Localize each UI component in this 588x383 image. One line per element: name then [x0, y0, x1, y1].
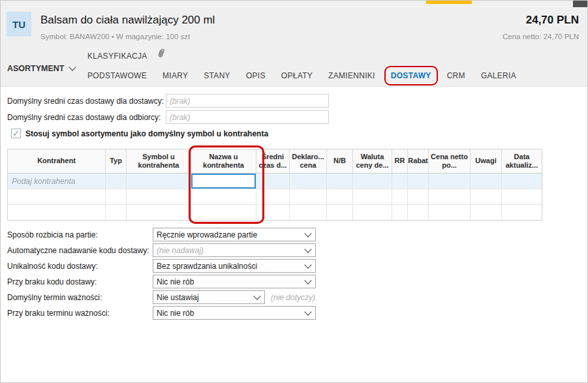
table-cell[interactable]	[502, 205, 542, 220]
chevron-down-icon	[304, 245, 311, 253]
table-cell[interactable]	[106, 174, 127, 189]
tab-miary[interactable]: MIARY	[162, 70, 188, 82]
missing-code-label: Przy braku kodu dostawy:	[7, 277, 153, 286]
chevron-down-icon	[304, 261, 311, 268]
table-cell[interactable]	[392, 205, 408, 220]
form-row: Przy braku terminu ważności: Nic nie rób	[7, 306, 316, 320]
column-header-sredni-czas[interactable]: Średni czas d...	[256, 149, 290, 173]
tab-stany[interactable]: STANY	[204, 70, 230, 82]
column-header-rabat[interactable]: Rabat	[408, 149, 429, 173]
table-cell[interactable]	[191, 189, 256, 204]
tab-oplaty[interactable]: OPŁATY	[281, 70, 313, 82]
product-badge: TU	[7, 12, 31, 37]
tab-zamienniki[interactable]: ZAMIENNIKI	[328, 70, 375, 82]
select-default-expiry[interactable]: Nie ustawiaj	[153, 290, 265, 304]
table-header-row: Kontrahent Typ Symbol u kontrahenta Nazw…	[8, 149, 542, 174]
missing-expiry-label: Przy braku terminu ważności:	[7, 309, 153, 318]
new-contractor-placeholder: Podaj kontrahenta	[8, 177, 75, 186]
form-row: Domyślny termin ważności: Nie ustawiaj (…	[7, 290, 316, 304]
auto-code-label: Automatyczne nadawanie kodu dostawy:	[7, 246, 153, 255]
column-header-rr[interactable]: RR	[392, 149, 408, 173]
column-header-nazwa[interactable]: Nazwa u kontrahenta	[191, 149, 256, 173]
table-row	[8, 189, 542, 205]
selected-cell[interactable]	[191, 174, 256, 189]
table-cell[interactable]	[502, 174, 542, 189]
table-cell[interactable]	[471, 189, 502, 204]
select-auto-code[interactable]: (nie nadawaj)	[153, 243, 316, 257]
code-uniqueness-label: Unikalność kodu dostawy:	[7, 262, 153, 271]
table-cell[interactable]	[327, 189, 353, 204]
form-row: Przy braku kodu dostawy: Nic nie rób	[7, 275, 316, 288]
table-cell[interactable]	[256, 174, 290, 189]
tab-galeria[interactable]: GALERIA	[481, 70, 516, 82]
column-header-waluta[interactable]: Waluta ceny de...	[353, 149, 392, 173]
select-batch-split-value: Ręcznie wprowadzane partie	[157, 230, 257, 239]
table-cell[interactable]	[127, 174, 191, 189]
table-cell[interactable]	[429, 205, 471, 220]
table-cell[interactable]	[256, 189, 290, 204]
asortyment-menu-button[interactable]: ASORTYMENT	[7, 64, 75, 73]
table-cell[interactable]	[290, 189, 327, 204]
column-header-kontrahent[interactable]: Kontrahent	[8, 149, 106, 173]
table-cell[interactable]	[8, 205, 106, 220]
table-cell[interactable]	[429, 189, 471, 204]
app-window: TU Balsam do ciała nawilżający 200 ml Sy…	[0, 0, 588, 383]
column-header-deklarowana-cena[interactable]: Deklaro... cena	[290, 149, 327, 173]
table-cell[interactable]	[408, 189, 429, 204]
table-cell[interactable]	[327, 205, 353, 220]
select-default-expiry-value: Nie ustawiaj	[157, 293, 199, 302]
table-cell[interactable]	[471, 174, 502, 189]
table-cell[interactable]	[429, 174, 471, 189]
column-header-cena-netto[interactable]: Cena netto po...	[429, 149, 471, 173]
use-symbol-checkbox-label: Stosuj symbol asortymentu jako domyślny …	[25, 129, 268, 138]
table-cell[interactable]	[471, 205, 502, 220]
tab-crm[interactable]: CRM	[447, 70, 465, 82]
table-cell[interactable]	[408, 174, 429, 189]
tab-podstawowe[interactable]: PODSTAWOWE	[87, 70, 147, 82]
table-row-new: Podaj kontrahenta	[8, 174, 542, 189]
table-row	[8, 205, 542, 220]
table-cell[interactable]	[408, 205, 429, 220]
select-missing-expiry-value: Nic nie rób	[157, 309, 194, 318]
table-cell[interactable]	[353, 174, 392, 189]
avg-delivery-recipient-input[interactable]	[166, 110, 329, 124]
select-code-uniqueness[interactable]: Bez sprawdzania unikalności	[153, 259, 316, 273]
table-cell[interactable]	[502, 189, 542, 204]
chevron-down-icon	[304, 277, 311, 284]
use-symbol-checkbox[interactable]: ✓	[11, 129, 21, 138]
column-header-uwagi[interactable]: Uwagi	[471, 149, 502, 173]
select-batch-split[interactable]: Ręcznie wprowadzane partie	[153, 228, 316, 241]
table-cell[interactable]	[127, 205, 191, 220]
table-cell[interactable]	[8, 189, 106, 204]
table-cell[interactable]	[353, 205, 392, 220]
column-header-nb[interactable]: N/B	[327, 149, 353, 173]
select-missing-expiry[interactable]: Nic nie rób	[153, 306, 316, 320]
column-header-typ[interactable]: Typ	[106, 149, 127, 173]
column-header-symbol[interactable]: Symbol u kontrahenta	[127, 149, 191, 173]
tab-dostawy[interactable]: DOSTAWY	[391, 70, 431, 82]
table-cell[interactable]	[191, 205, 256, 220]
table-cell[interactable]	[106, 189, 127, 204]
select-auto-code-value: (nie nadawaj)	[157, 246, 204, 255]
select-code-uniqueness-value: Bez sprawdzania unikalności	[157, 262, 257, 271]
table-cell[interactable]	[392, 189, 408, 204]
table-cell[interactable]	[256, 205, 290, 220]
tab-opis[interactable]: OPIS	[246, 70, 266, 82]
select-missing-code[interactable]: Nic nie rób	[153, 275, 316, 288]
avg-delivery-supplier-input[interactable]	[166, 94, 329, 108]
table-cell[interactable]	[353, 189, 392, 204]
avg-delivery-recipient-label: Domyślny średni czas dostawy dla odbiorc…	[7, 113, 161, 122]
table-cell[interactable]	[392, 174, 408, 189]
table-cell[interactable]	[290, 174, 327, 189]
contractors-table: Kontrahent Typ Symbol u kontrahenta Nazw…	[7, 149, 542, 221]
table-cell[interactable]	[290, 205, 327, 220]
new-contractor-cell[interactable]: Podaj kontrahenta	[8, 174, 106, 189]
table-cell[interactable]	[106, 205, 127, 220]
tab-klasyfikacja[interactable]: KLASYFIKACJA	[87, 52, 147, 61]
table-cell[interactable]	[327, 174, 353, 189]
product-subtitle: Symbol: BANAW200 • W magazynie: 100 szt	[40, 33, 190, 40]
column-header-data-aktualizacji[interactable]: Data aktualiz...	[502, 149, 542, 173]
table-cell[interactable]	[127, 189, 191, 204]
price-net: Cena netto: 24,70 PLN	[503, 33, 579, 40]
price-gross: 24,70 PLN	[526, 14, 579, 27]
